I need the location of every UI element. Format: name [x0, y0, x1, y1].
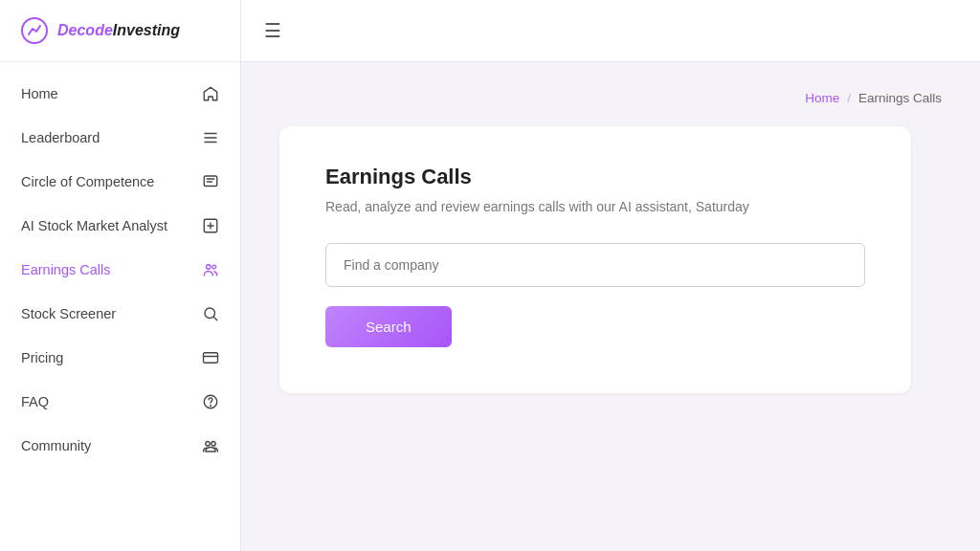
sidebar-item-ai-analyst[interactable]: AI Stock Market Analyst: [0, 204, 240, 248]
search-icon: [202, 305, 219, 322]
card-icon: [202, 349, 219, 366]
svg-point-10: [207, 265, 212, 270]
logo-icon: [19, 15, 50, 46]
svg-point-19: [212, 442, 216, 447]
svg-point-11: [212, 265, 216, 269]
breadcrumb: Home / Earnings Calls: [279, 91, 942, 105]
leaderboard-icon: [202, 129, 219, 146]
sidebar-item-community[interactable]: Community: [0, 424, 240, 468]
search-button[interactable]: Search: [325, 306, 452, 347]
sidebar-item-pricing[interactable]: Pricing: [0, 336, 240, 380]
sidebar-item-stock-screener[interactable]: Stock Screener: [0, 292, 240, 336]
topbar: ☰: [241, 0, 980, 62]
sidebar: DecodeInvesting Home Leaderboard Circle …: [0, 0, 241, 551]
company-search-input[interactable]: [325, 243, 865, 287]
community-icon: [202, 437, 219, 454]
sidebar-logo: DecodeInvesting: [0, 0, 240, 62]
people-icon: [202, 261, 219, 278]
card-subtitle: Read, analyze and review earnings calls …: [325, 199, 865, 214]
svg-point-17: [211, 406, 212, 407]
breadcrumb-home-link[interactable]: Home: [805, 91, 839, 105]
hamburger-icon[interactable]: ☰: [264, 21, 281, 40]
card-title: Earnings Calls: [325, 165, 865, 189]
nav-list: Home Leaderboard Circle of Competence: [0, 62, 240, 551]
home-icon: [202, 85, 219, 102]
svg-point-18: [206, 442, 211, 447]
earnings-calls-card: Earnings Calls Read, analyze and review …: [279, 126, 911, 393]
brand-name: DecodeInvesting: [57, 22, 180, 39]
svg-line-13: [213, 317, 216, 320]
sidebar-item-home[interactable]: Home: [0, 72, 240, 116]
svg-rect-4: [204, 176, 217, 187]
main-area: ☰ Home / Earnings Calls Earnings Calls R…: [241, 0, 980, 551]
message-icon: [202, 173, 219, 190]
sidebar-item-faq[interactable]: FAQ: [0, 380, 240, 424]
plus-box-icon: [202, 217, 219, 234]
sidebar-item-circle-of-competence[interactable]: Circle of Competence: [0, 160, 240, 204]
help-icon: [202, 393, 219, 410]
sidebar-item-earnings-calls[interactable]: Earnings Calls: [0, 248, 240, 292]
breadcrumb-current: Earnings Calls: [858, 91, 942, 105]
content-area: Home / Earnings Calls Earnings Calls Rea…: [241, 62, 980, 551]
sidebar-item-leaderboard[interactable]: Leaderboard: [0, 116, 240, 160]
svg-rect-14: [204, 353, 218, 364]
breadcrumb-separator: /: [847, 91, 851, 105]
